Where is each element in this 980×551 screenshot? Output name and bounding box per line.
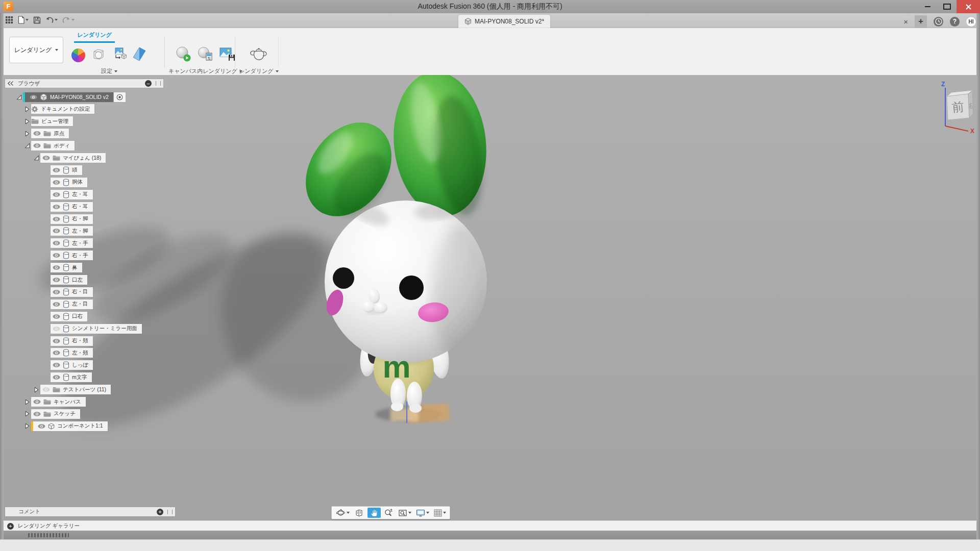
visibility-eye-icon[interactable]: [33, 399, 41, 404]
visibility-eye-icon[interactable]: [53, 205, 60, 209]
browser-tree-item[interactable]: 口右: [43, 311, 87, 321]
close-button[interactable]: [957, 0, 980, 13]
group-label-render[interactable]: レンダリング: [239, 67, 279, 75]
viewport-canvas[interactable]: m Z X 前 右: [0, 75, 980, 520]
browser-tree-item[interactable]: 頭: [43, 165, 82, 175]
browser-tree-item[interactable]: スケッチ: [23, 409, 80, 419]
redo-icon[interactable]: [62, 17, 75, 23]
browser-panel-header[interactable]: ブラウザ −: [5, 79, 163, 88]
rendering-gallery-bar[interactable]: + レンダリング ギャラリー: [3, 520, 977, 531]
visibility-eye-icon[interactable]: [53, 278, 60, 282]
view-cube[interactable]: Z X 前 右: [936, 79, 980, 139]
browser-tree-item[interactable]: マイぴょん (18): [33, 153, 106, 163]
scene-settings-icon[interactable]: [91, 46, 106, 64]
browser-tree-item[interactable]: 左・頬: [43, 348, 93, 358]
browser-tree-item[interactable]: 左・脚: [43, 226, 93, 236]
grid-layout-button[interactable]: [432, 508, 448, 518]
expand-arrow-icon[interactable]: [23, 399, 31, 405]
model-3d-rabbit[interactable]: m: [0, 75, 980, 520]
workspace-selector[interactable]: レンダリング: [9, 37, 63, 63]
browser-tree-item[interactable]: 左・目: [43, 299, 93, 309]
visibility-eye-icon[interactable]: [53, 180, 60, 185]
visibility-eye-icon[interactable]: [42, 387, 50, 392]
panel-resize-handle[interactable]: [172, 510, 173, 514]
look-at-button[interactable]: [353, 508, 366, 518]
expand-arrow-icon[interactable]: [23, 131, 31, 137]
visibility-eye-icon[interactable]: [53, 363, 60, 367]
browser-tree-item[interactable]: ドキュメントの設定: [23, 104, 94, 114]
visibility-eye-icon[interactable]: [53, 327, 60, 331]
browser-tree-item[interactable]: 左・手: [43, 238, 93, 248]
panel-collapse-toggle-icon[interactable]: −: [145, 80, 152, 87]
browser-tree-item[interactable]: 胴体: [43, 177, 87, 187]
browser-tree-item[interactable]: 左・耳: [43, 189, 93, 199]
visibility-eye-icon[interactable]: [53, 217, 60, 221]
job-status-clock-icon[interactable]: [934, 17, 943, 27]
visibility-eye-icon[interactable]: [30, 95, 37, 99]
collapse-arrow-icon[interactable]: [15, 94, 23, 100]
browser-tree-item[interactable]: テストパーツ (11): [33, 385, 111, 395]
browser-tree-item[interactable]: 口左: [43, 275, 87, 285]
render-teapot-icon[interactable]: [249, 47, 268, 63]
panel-resize-handle[interactable]: [167, 510, 168, 514]
collapse-panel-icon[interactable]: [8, 81, 14, 86]
browser-tree-item[interactable]: コンポーネント1:1: [23, 421, 108, 431]
document-tab[interactable]: MAI-PYON08_SOLID v2*: [458, 15, 550, 28]
expand-arrow-icon[interactable]: [23, 118, 31, 124]
panel-resize-handle[interactable]: [160, 81, 161, 86]
visibility-eye-icon[interactable]: [53, 241, 60, 245]
window-zoom-button[interactable]: [397, 508, 413, 518]
collapse-arrow-icon[interactable]: [33, 155, 40, 161]
visibility-eye-icon[interactable]: [53, 375, 60, 380]
undo-icon[interactable]: [45, 17, 58, 23]
in-canvas-render-icon[interactable]: [175, 46, 191, 64]
browser-tree-item[interactable]: しっぽ: [43, 360, 93, 370]
visibility-eye-icon[interactable]: [53, 168, 60, 172]
expand-arrow-icon[interactable]: [23, 423, 31, 429]
visibility-eye-icon[interactable]: [33, 131, 41, 136]
browser-tree-item[interactable]: キャンバス: [23, 397, 86, 407]
file-menu-icon[interactable]: [18, 16, 29, 24]
tab-rendering[interactable]: レンダリング: [74, 31, 115, 39]
activate-component-radio[interactable]: [114, 92, 126, 102]
browser-tree-item[interactable]: 右・頬: [43, 336, 93, 346]
group-label-in-canvas-render[interactable]: キャンバス内レンダリング: [168, 67, 242, 75]
comments-bar[interactable]: コメント +: [5, 507, 175, 516]
visibility-eye-icon[interactable]: [53, 302, 60, 307]
comments-expand-icon[interactable]: +: [157, 509, 163, 515]
gallery-expand-icon[interactable]: +: [7, 523, 14, 530]
visibility-eye-icon[interactable]: [53, 192, 60, 197]
visibility-eye-icon[interactable]: [53, 290, 60, 294]
browser-tree-item[interactable]: 鼻: [43, 263, 82, 273]
minimize-button[interactable]: [918, 0, 937, 13]
browser-tree-item[interactable]: 右・手: [43, 251, 93, 261]
expand-arrow-icon[interactable]: [33, 387, 40, 393]
in-canvas-render-settings-icon[interactable]: [197, 46, 213, 64]
visibility-eye-icon[interactable]: [53, 265, 60, 270]
browser-tree-item[interactable]: MAI-PYON08_SOLID v2: [15, 92, 126, 102]
visibility-eye-icon[interactable]: [53, 339, 60, 343]
panel-resize-handle[interactable]: [156, 81, 156, 86]
close-tab-icon[interactable]: ×: [903, 18, 908, 26]
view-cube-body[interactable]: 前 右: [947, 90, 973, 120]
collapse-arrow-icon[interactable]: [23, 143, 31, 148]
orbit-button[interactable]: [334, 508, 351, 518]
group-label-settings[interactable]: 設定: [101, 67, 117, 75]
browser-tree-item[interactable]: ボディ: [23, 141, 75, 151]
maximize-button[interactable]: [937, 0, 957, 13]
visibility-eye-icon[interactable]: [53, 350, 60, 355]
zoom-button[interactable]: [382, 508, 396, 518]
help-button[interactable]: ?: [950, 17, 960, 27]
browser-tree-item[interactable]: シンメトリー・ミラー用面: [43, 323, 142, 334]
save-icon[interactable]: [33, 16, 41, 24]
visibility-eye-icon[interactable]: [42, 156, 50, 160]
decal-icon[interactable]: [112, 46, 127, 64]
texture-map-icon[interactable]: [133, 46, 147, 64]
app-grid-menu-icon[interactable]: [5, 16, 13, 24]
appearance-color-wheel-icon[interactable]: [71, 48, 85, 62]
browser-tree-item[interactable]: m文字: [43, 372, 92, 383]
visibility-eye-icon[interactable]: [53, 253, 60, 258]
visibility-eye-icon[interactable]: [53, 229, 60, 233]
capture-image-icon[interactable]: [219, 46, 235, 64]
browser-tree-item[interactable]: ビュー管理: [23, 116, 73, 127]
